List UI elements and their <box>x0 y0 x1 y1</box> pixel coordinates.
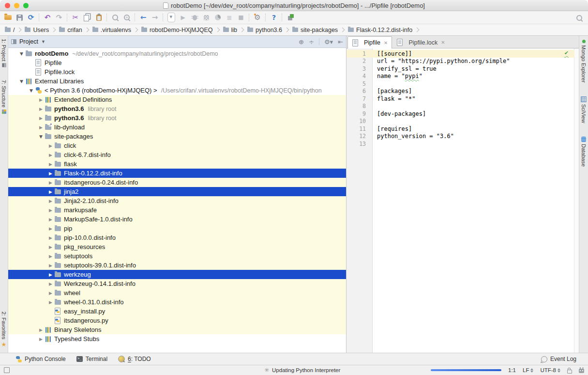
tree-expand-icon[interactable]: ▶ <box>47 235 54 240</box>
code-line[interactable]: 1[[source]]✔ <box>347 50 574 58</box>
tree-expand-icon[interactable]: ▼ <box>28 88 35 93</box>
stripe-button-favorites[interactable]: 2: Favorites★ <box>1 312 7 348</box>
editor-tab-pipfile[interactable]: Pipfile✕ <box>347 36 392 48</box>
sync-icon[interactable]: ⟳ <box>25 12 37 23</box>
stripe-button-sciview[interactable]: SciView <box>581 96 587 123</box>
line-ending-widget[interactable]: LF <box>523 367 533 373</box>
tool-button-terminal[interactable]: >_Terminal <box>76 356 107 362</box>
tree-expand-icon[interactable]: ▶ <box>47 281 54 286</box>
tree-row[interactable]: ▼< Python 3.6 (robotDemo-HXjMJQEQ) >/Use… <box>8 86 346 95</box>
breadcrumb-item[interactable]: lib <box>222 27 239 33</box>
tree-row[interactable]: ▼External Libraries <box>8 77 346 86</box>
coverage-icon[interactable] <box>200 12 212 23</box>
tree-expand-icon[interactable]: ▶ <box>37 116 45 121</box>
tree-row[interactable]: ▶python3.6library root <box>8 113 346 123</box>
tree-row[interactable]: Pipfile <box>8 58 346 67</box>
code-line[interactable]: 6[packages] <box>347 88 574 95</box>
forward-icon[interactable]: → <box>149 12 161 23</box>
tree-row[interactable]: ▶jinja2 <box>8 187 346 196</box>
stripe-button-database[interactable]: Database <box>581 137 587 167</box>
tree-expand-icon[interactable]: ▶ <box>47 291 54 296</box>
code-line[interactable]: 13 <box>347 140 574 148</box>
undo-icon[interactable]: ↶ <box>42 12 53 23</box>
code-line[interactable]: 7flask = "*" <box>347 95 574 103</box>
editor-tab-pipfile-lock[interactable]: Pipfile.lock✕ <box>392 36 449 48</box>
help-icon[interactable]: ? <box>268 12 280 23</box>
close-icon[interactable]: ✕ <box>441 40 445 45</box>
tool-button-python-console[interactable]: Python Console <box>15 356 66 362</box>
tree-row[interactable]: ▶markupsafe <box>8 205 346 215</box>
tree-expand-icon[interactable]: ▶ <box>47 143 54 148</box>
tree-row[interactable]: ▼site-packages <box>8 132 346 141</box>
tree-expand-icon[interactable]: ▶ <box>47 162 54 167</box>
tree-row[interactable]: ▶Binary Skeletons <box>8 325 346 334</box>
stop-icon[interactable]: ■ <box>235 12 247 23</box>
lock-icon[interactable] <box>567 370 572 374</box>
tree-row[interactable]: ▶pip <box>8 224 346 233</box>
tree-row[interactable]: itsdangerous.py <box>8 316 346 325</box>
close-icon[interactable]: ✕ <box>384 40 388 46</box>
locate-icon[interactable]: ⊕ <box>299 38 304 46</box>
tree-row[interactable]: ▶click-6.7.dist-info <box>8 150 346 159</box>
close-window-button[interactable] <box>5 3 10 8</box>
code-line[interactable]: 5 <box>347 80 574 88</box>
split-icon[interactable]: ÷ <box>309 38 314 46</box>
caret-position-widget[interactable]: 1:1 <box>508 367 516 373</box>
profile-icon[interactable] <box>212 12 224 23</box>
code-line[interactable]: 9[dev-packages] <box>347 110 574 118</box>
tree-row[interactable]: ▶pkg_resources <box>8 242 346 251</box>
tree-row[interactable]: ▶Flask-0.12.2.dist-info <box>8 169 346 178</box>
editor-scrollbar[interactable] <box>574 48 579 353</box>
tree-row[interactable]: ▶wheel <box>8 288 346 297</box>
tree-expand-icon[interactable]: ▼ <box>18 51 25 56</box>
toggle-tool-buttons-icon[interactable] <box>4 367 10 373</box>
tree-row[interactable]: ▶Extended Definitions <box>8 95 346 104</box>
tree-row[interactable]: ▶python3.6library root <box>8 104 346 113</box>
tree-expand-icon[interactable]: ▶ <box>47 217 54 222</box>
breadcrumb-item[interactable]: Users <box>24 27 50 33</box>
run-config-icon[interactable] <box>166 12 177 23</box>
tree-row[interactable]: ▶click <box>8 141 346 150</box>
cut-icon[interactable]: ✂ <box>70 12 81 23</box>
paste-icon[interactable] <box>93 12 105 23</box>
stripe-button-7-structure[interactable]: 7: Structure <box>1 80 7 114</box>
tree-row[interactable]: easy_install.py <box>8 307 346 316</box>
encoding-widget[interactable]: UTF-8 <box>540 367 560 373</box>
tree-row[interactable]: ▶Typeshed Stubs <box>8 334 346 344</box>
stripe-button-1-project[interactable]: 1: Project <box>1 39 7 67</box>
save-icon[interactable] <box>14 12 25 23</box>
search-everywhere-icon[interactable] <box>573 12 585 24</box>
event-log-button[interactable]: Event Log <box>541 356 576 362</box>
tree-row[interactable]: ▶flask <box>8 159 346 169</box>
chevron-down-icon[interactable]: ▼ <box>41 39 45 44</box>
processes-icon[interactable]: ≣ <box>224 12 235 23</box>
breadcrumb-item[interactable]: site-packages <box>291 27 339 33</box>
tree-row[interactable]: ▶Werkzeug-0.14.1.dist-info <box>8 279 346 288</box>
tree-expand-icon[interactable]: ▶ <box>47 189 54 194</box>
back-icon[interactable]: ← <box>137 12 149 23</box>
tree-expand-icon[interactable]: ▶ <box>37 125 45 130</box>
tree-expand-icon[interactable]: ▶ <box>47 254 54 259</box>
stripe-button-mongo-explorer[interactable]: Mongo Explorer <box>581 40 587 83</box>
breadcrumb-item[interactable]: Flask-0.12.2.dist-info <box>347 27 413 33</box>
zoom-window-button[interactable] <box>23 3 29 8</box>
tree-row[interactable]: ▶wheel-0.31.0.dist-info <box>8 297 346 307</box>
tree-row[interactable]: Pipfile.lock <box>8 67 346 77</box>
tree-row[interactable]: ▶werkzeug <box>8 270 346 279</box>
code-line[interactable]: 11[requires] <box>347 125 574 133</box>
settings-icon[interactable]: ⚙ <box>252 12 263 23</box>
find-icon[interactable] <box>109 12 121 23</box>
tree-expand-icon[interactable]: ▶ <box>37 97 45 102</box>
plugin-icon[interactable] <box>285 12 296 23</box>
tree-expand-icon[interactable]: ▶ <box>47 263 54 268</box>
debug-icon[interactable] <box>189 12 200 23</box>
code-line[interactable]: 2url = "https://pypi.python.org/simple" <box>347 58 574 65</box>
tree-row[interactable]: ▶MarkupSafe-1.0.dist-info <box>8 215 346 224</box>
code-line[interactable]: 8 <box>347 103 574 110</box>
tree-expand-icon[interactable]: ▶ <box>47 171 54 176</box>
tree-expand-icon[interactable]: ▶ <box>37 107 45 111</box>
breadcrumb-item[interactable]: robotDemo-HXjMJQEQ <box>140 27 214 33</box>
tree-row[interactable]: ▶setuptools <box>8 251 346 261</box>
code-line[interactable]: 12python_version = "3.6" <box>347 133 574 141</box>
copy-icon[interactable] <box>81 12 93 23</box>
